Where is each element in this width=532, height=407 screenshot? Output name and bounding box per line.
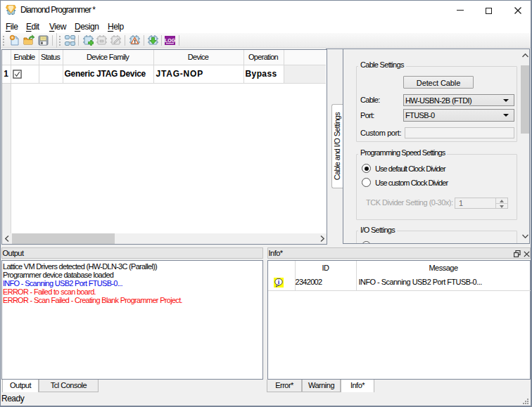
svg-text:LOG: LOG	[165, 38, 176, 43]
